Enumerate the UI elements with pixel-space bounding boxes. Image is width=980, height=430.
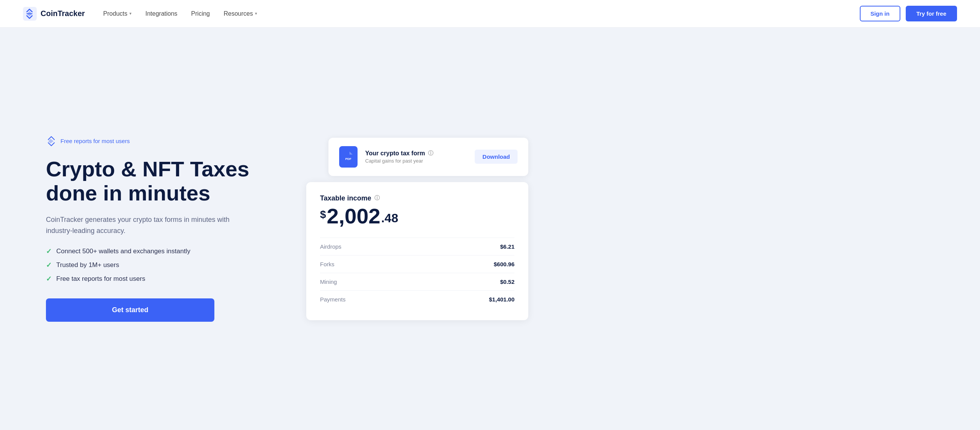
- info-icon: ⓘ: [428, 150, 433, 157]
- chevron-down-icon: ▾: [129, 11, 132, 16]
- taxable-cents: .48: [381, 211, 398, 225]
- nav-links: Products ▾ Integrations Pricing Resource…: [103, 10, 257, 17]
- badge-text: Free reports for most users: [60, 138, 130, 144]
- tax-card-info: Your crypto tax form ⓘ Capital gains for…: [365, 150, 467, 164]
- chevron-down-icon-2: ▾: [255, 11, 257, 16]
- try-free-button[interactable]: Try for free: [906, 6, 957, 21]
- nav-integrations[interactable]: Integrations: [145, 10, 178, 17]
- hero-features-list: ✓ Connect 500+ wallets and exchanges ins…: [46, 247, 276, 283]
- tax-card-subtitle: Capital gains for past year: [365, 158, 467, 164]
- income-row-payments: Payments $1,401.00: [320, 290, 514, 308]
- tax-card-title: Your crypto tax form ⓘ: [365, 150, 467, 157]
- tax-card: PDF Your crypto tax form ⓘ Capital gains…: [328, 138, 528, 176]
- download-button[interactable]: Download: [475, 150, 518, 164]
- info-icon-income: ⓘ: [374, 195, 380, 202]
- hero-section: Free reports for most users Crypto & NFT…: [0, 28, 980, 430]
- feature-item: ✓ Trusted by 1M+ users: [46, 261, 276, 269]
- logo-text: CoinTracker: [41, 9, 85, 18]
- income-row-mining: Mining $0.52: [320, 273, 514, 290]
- hero-left: Free reports for most users Crypto & NFT…: [46, 136, 276, 322]
- nav-resources[interactable]: Resources ▾: [224, 10, 257, 17]
- navbar: CoinTracker Products ▾ Integrations Pric…: [0, 0, 980, 28]
- get-started-button[interactable]: Get started: [46, 298, 214, 322]
- income-rows: Airdrops $6.21 Forks $600.96 Mining $0.5…: [320, 238, 514, 308]
- signin-button[interactable]: Sign in: [860, 6, 900, 21]
- feature-item: ✓ Free tax reports for most users: [46, 275, 276, 283]
- pdf-icon: PDF: [339, 146, 358, 168]
- check-icon: ✓: [46, 261, 52, 269]
- income-row-airdrops: Airdrops $6.21: [320, 238, 514, 255]
- nav-pricing[interactable]: Pricing: [191, 10, 210, 17]
- hero-title: Crypto & NFT Taxes done in minutes: [46, 157, 276, 205]
- badge-icon: [46, 136, 57, 147]
- taxable-whole: 2,002: [327, 205, 381, 227]
- income-row-forks: Forks $600.96: [320, 255, 514, 273]
- pdf-file-icon: PDF: [344, 151, 353, 162]
- check-icon: ✓: [46, 275, 52, 283]
- hero-right: PDF Your crypto tax form ⓘ Capital gains…: [306, 138, 528, 320]
- dollar-sign: $: [320, 208, 326, 221]
- svg-text:PDF: PDF: [345, 157, 351, 161]
- logo-icon: [23, 7, 37, 21]
- navbar-left: CoinTracker Products ▾ Integrations Pric…: [23, 7, 257, 21]
- check-icon: ✓: [46, 247, 52, 256]
- navbar-right: Sign in Try for free: [860, 6, 957, 21]
- hero-description: CoinTracker generates your crypto tax fo…: [46, 214, 230, 236]
- income-panel: Taxable income ⓘ $ 2,002 .48 Airdrops $6…: [306, 182, 528, 320]
- logo[interactable]: CoinTracker: [23, 7, 85, 21]
- feature-item: ✓ Connect 500+ wallets and exchanges ins…: [46, 247, 276, 256]
- taxable-amount: $ 2,002 .48: [320, 205, 514, 227]
- nav-products[interactable]: Products ▾: [103, 10, 132, 17]
- taxable-income-label: Taxable income ⓘ: [320, 194, 514, 202]
- hero-badge: Free reports for most users: [46, 136, 276, 147]
